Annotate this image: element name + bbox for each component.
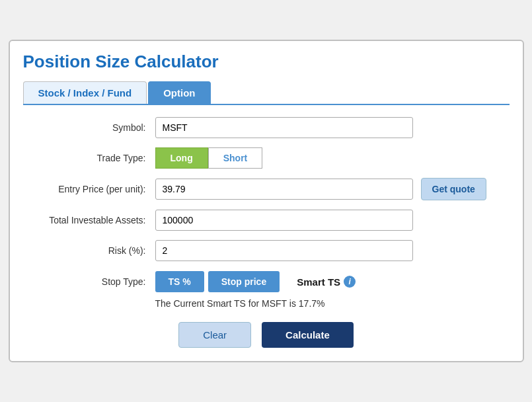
stop-type-label: Stop Type: [30,276,155,287]
action-row: Clear Calculate [30,322,503,348]
stop-type-buttons: TS % Stop price Smart TS i [155,270,369,293]
tab-option[interactable]: Option [148,81,210,104]
calculator-container: Position Size Calculator Stock / Index /… [9,40,524,362]
risk-input[interactable] [155,240,413,261]
page-title: Position Size Calculator [23,52,510,72]
risk-row: Risk (%): [30,240,503,261]
entry-price-row: Entry Price (per unit): Get quote [30,178,503,200]
short-button[interactable]: Short [208,147,263,169]
stop-price-button[interactable]: Stop price [208,271,280,292]
clear-button[interactable]: Clear [178,322,251,348]
get-quote-button[interactable]: Get quote [421,178,486,200]
smart-ts-button[interactable]: Smart TS i [284,270,369,293]
trade-type-label: Trade Type: [30,153,155,163]
form-area: Symbol: Trade Type: Long Short Entry Pri… [23,117,510,348]
trade-type-row: Trade Type: Long Short [30,147,503,169]
total-assets-label: Total Investable Assets: [30,215,155,225]
smart-ts-label: Smart TS [297,276,340,288]
tabs-row: Stock / Index / Fund Option [23,81,510,105]
info-icon[interactable]: i [344,276,356,288]
total-assets-row: Total Investable Assets: [30,210,503,231]
symbol-input[interactable] [155,117,413,138]
tab-stock[interactable]: Stock / Index / Fund [23,81,147,104]
long-button[interactable]: Long [155,147,208,169]
risk-label: Risk (%): [30,245,155,256]
symbol-label: Symbol: [30,122,155,133]
trade-type-buttons: Long Short [155,147,263,169]
smart-ts-info: The Current Smart TS for MSFT is 17.7% [155,298,503,309]
total-assets-input[interactable] [155,210,413,231]
entry-price-input[interactable] [155,179,413,200]
ts-pct-button[interactable]: TS % [155,271,204,292]
calculate-button[interactable]: Calculate [262,322,354,348]
stop-type-row: Stop Type: TS % Stop price Smart TS i [30,270,503,293]
entry-price-label: Entry Price (per unit): [30,184,155,194]
symbol-row: Symbol: [30,117,503,138]
